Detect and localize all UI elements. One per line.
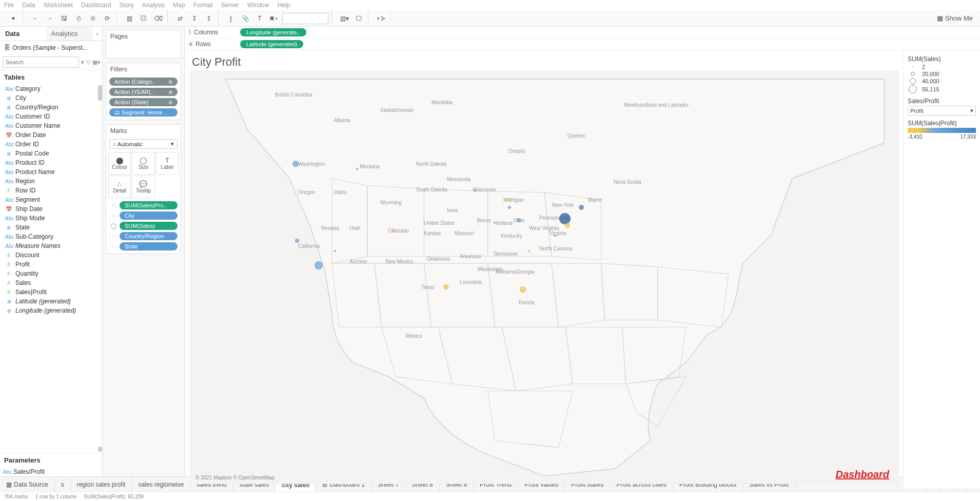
clear-icon[interactable]: ⌫ [152,12,164,25]
group-icon[interactable]: 📎 [239,12,251,25]
label-icon[interactable]: T [253,12,266,25]
map-data-point[interactable] [520,286,526,293]
remove-icon[interactable]: ⊗ [168,89,172,95]
worksheet-title[interactable]: City Profit [185,50,903,71]
field-item[interactable]: AbcMeasure Names [2,241,100,250]
menu-window[interactable]: Window [247,2,269,9]
map-data-point[interactable] [579,205,584,210]
field-item[interactable]: #Sales|Profit [2,287,100,297]
menu-dashboard[interactable]: Dashboard [81,2,111,9]
search-data-input[interactable] [282,13,328,24]
map-data-point[interactable] [334,250,336,252]
field-item[interactable]: AbcCustomer ID [2,112,100,121]
field-item[interactable]: #Sales [2,278,100,287]
mark-tooltip-button[interactable]: 💬Tooltip [132,176,154,198]
filter-pill[interactable]: Action (Catego..⊗ [109,78,178,86]
field-item[interactable]: #Row ID [2,186,100,195]
new-worksheet-icon[interactable]: ▥ [123,12,135,25]
map-data-point[interactable] [554,235,556,237]
field-item[interactable]: AbcProduct ID [2,158,100,167]
sort-desc-icon[interactable]: ↥ [203,12,215,25]
map-data-point[interactable] [356,168,358,170]
highlight-icon[interactable]: ℓ [225,12,237,25]
share-icon[interactable]: ⚬⊱ [375,12,387,25]
sheet-tab[interactable]: sales regionwise [132,477,190,492]
map-data-point[interactable] [508,206,511,209]
marks-type-dropdown[interactable]: ○ Automatic▾ [109,139,178,149]
mark-detail-button[interactable]: ∴Detail [108,176,131,198]
remove-icon[interactable]: ⊗ [168,79,172,85]
field-item[interactable]: AbcCategory [2,84,100,93]
menu-server[interactable]: Server [221,2,239,9]
menu-map[interactable]: Map [173,2,185,9]
map-data-point[interactable] [565,223,570,228]
mark-pill[interactable]: State [120,242,178,250]
pages-shelf[interactable]: Pages [106,30,181,59]
map-data-point[interactable] [517,218,521,222]
map-data-point[interactable] [494,222,496,224]
presentation-icon[interactable]: 🖵 [352,12,365,25]
field-item[interactable]: AbcCustomer Name [2,121,100,130]
map-data-point[interactable] [508,198,511,201]
menu-help[interactable]: Help [278,2,290,9]
field-item[interactable]: #Discount [2,250,100,260]
view-toggle-icon[interactable]: ▦▾ [92,59,101,66]
show-me-button[interactable]: ▦ Show Me [937,14,973,22]
filter-pill[interactable]: 🗂 Segment: Home .. [109,108,178,117]
field-item[interactable]: ⊕Longitude (generated) [2,306,100,315]
menu-analysis[interactable]: Analysis [142,2,165,9]
filter-pill[interactable]: Action (State)⊗ [109,98,178,106]
menu-format[interactable]: Format [193,2,213,9]
map-data-point[interactable] [391,229,395,232]
field-item[interactable]: AbcShip Mode [2,214,100,223]
search-input[interactable] [3,56,79,68]
scrollbar-thumb-bottom[interactable] [98,447,102,452]
mark-pill[interactable]: SUM(Sales) [120,222,178,230]
mark-pill[interactable]: Country/Region [120,232,178,240]
field-item[interactable]: ⊕City [2,93,100,103]
menu-data[interactable]: Data [22,2,35,9]
sheet-tab[interactable]: region sales profit [71,477,132,492]
map-canvas[interactable]: © 2021 Mapbox © OpenStreetMap Dashboard … [190,71,899,484]
map-data-point[interactable] [315,261,323,269]
menu-file[interactable]: File [4,2,14,9]
scrollbar-thumb-top[interactable] [98,85,102,101]
parameter-item[interactable]: Abc Sales/Profit [0,467,102,476]
filter-pill[interactable]: Action (YEAR(..⊗ [109,88,178,96]
tableau-logo-icon[interactable]: ✦ [7,12,19,25]
columns-pill[interactable]: Longitude (generate.. [240,28,306,36]
duplicate-icon[interactable]: ⿻ [138,12,150,25]
data-tab[interactable]: Data [0,27,46,41]
field-item[interactable]: AbcSub-Category [2,232,100,241]
collapse-pane-icon[interactable]: ‹ [92,27,102,41]
field-item[interactable]: AbcSegment [2,195,100,204]
sheet-tab[interactable]: s [55,477,71,492]
menu-worksheet[interactable]: Worksheet [44,2,73,9]
datasource-name[interactable]: 🗄 Orders (Sample - Superst... [0,41,102,54]
datasource-tab[interactable]: ▦ Data Source [0,477,55,492]
map-data-point[interactable] [559,213,571,224]
field-item[interactable]: ⊕State [2,223,100,232]
fit-dropdown-icon[interactable]: ▤▾ [338,12,350,25]
map-data-point[interactable] [292,161,299,167]
map-data-point[interactable] [295,239,299,243]
rows-shelf[interactable]: ≡Rows Latitude (generated) [185,38,980,50]
back-icon[interactable]: ← [29,12,42,25]
menu-story[interactable]: Story [120,2,134,9]
columns-shelf[interactable]: ⦙⦙Columns Longitude (generate.. [185,27,980,38]
refresh-icon[interactable]: ⟳ [101,12,113,25]
autosave-icon[interactable]: ⎘ [87,12,99,25]
forward-icon[interactable]: → [44,12,56,25]
remove-icon[interactable]: ⊗ [168,100,172,105]
field-item[interactable]: AbcRegion [2,177,100,186]
rows-pill[interactable]: Latitude (generated) [240,40,303,48]
field-item[interactable]: 📅Ship Date [2,204,100,214]
mark-colour-button[interactable]: ⬤Colour [108,152,131,175]
field-item[interactable]: #Quantity [2,269,100,278]
field-item[interactable]: 📅Order Date [2,130,100,140]
map-data-point[interactable] [528,250,530,252]
field-item[interactable]: ⊕Latitude (generated) [2,297,100,306]
search-dropdown-icon[interactable]: ▾ [81,59,84,66]
mark-pill[interactable]: City [120,211,178,220]
swap-icon[interactable]: ⇄ [174,12,186,25]
